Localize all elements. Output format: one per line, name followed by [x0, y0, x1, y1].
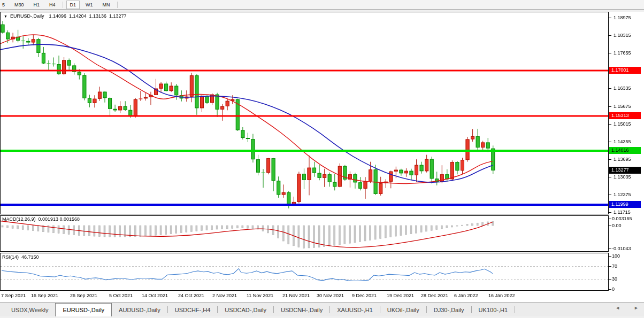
- price-tag: 1.15313: [609, 112, 641, 119]
- date-axis-label: 9 Dec 2021: [352, 293, 377, 298]
- date-axis-label: 11 Nov 2021: [247, 293, 273, 298]
- tab-scroll-right-icon[interactable]: ►: [634, 305, 639, 311]
- timeframe-button-5[interactable]: 5: [0, 1, 9, 9]
- chart-tab-xauusd-h1[interactable]: XAUUSD-,H1: [330, 303, 380, 316]
- price-axis-label: 1.17655: [614, 50, 631, 56]
- chevron-down-icon[interactable]: ▼: [4, 14, 7, 19]
- price-tag: 1.11999: [609, 201, 641, 208]
- ohlc-low: 1.13136: [89, 13, 107, 19]
- date-axis-label: 30 Nov 2021: [317, 293, 344, 298]
- date-axis-label: 2 Nov 2021: [212, 293, 237, 298]
- price-tag: 1.14016: [609, 147, 641, 154]
- ohlc-close: 1.13277: [109, 13, 127, 19]
- chart-tab-eurusd-daily[interactable]: EURUSD-,Daily: [55, 303, 112, 316]
- macd-name: MACD(12,26,9): [2, 216, 36, 222]
- price-axis-label: 1.12375: [614, 192, 631, 198]
- rsi-axis-label: 100: [612, 253, 620, 259]
- timeframe-toolbar: 5M30H1H4D1W1MN: [0, 0, 644, 10]
- chart-tab-bar: USDX,WeeklyEURUSD-,DailyAUDUSD-,DailyUSD…: [0, 303, 644, 316]
- ohlc-open: 1.14096: [49, 13, 66, 19]
- rsi-axis-label: 70: [612, 263, 617, 269]
- price-axis-label: 1.18315: [614, 33, 631, 38]
- price-axis-label: 1.14355: [614, 139, 631, 145]
- chart-tab-usdcnh-daily[interactable]: USDCNH-,Daily: [274, 303, 329, 316]
- timeframe-button-h1[interactable]: H1: [30, 1, 44, 9]
- tab-scroll-left-icon[interactable]: ◄: [615, 305, 620, 311]
- tabbar-left-pad: [0, 303, 4, 316]
- timeframe-button-mn[interactable]: MN: [99, 1, 114, 9]
- date-axis-label: 21 Nov 2021: [282, 293, 310, 298]
- macd-indicator-label: MACD(12,26,9) 0.001913 0.001568: [2, 216, 80, 222]
- date-axis-label: 5 Oct 2021: [109, 293, 133, 298]
- ohlc-high: 1.14204: [69, 13, 87, 19]
- price-axis-label: 1.13035: [614, 174, 631, 180]
- price-axis-label: 1.11715: [614, 210, 631, 215]
- price-axis-label: 1.18975: [614, 15, 631, 21]
- price-axis-label: 1.15015: [614, 121, 631, 127]
- chart-tab-usdcad-daily[interactable]: USDCAD-,Daily: [218, 303, 273, 316]
- date-axis-label: 16 Jan 2022: [488, 293, 515, 298]
- chart-tab-usdx-weekly[interactable]: USDX,Weekly: [4, 303, 55, 316]
- price-axis-label: 1.13695: [614, 157, 631, 162]
- rsi-axis-label: 30: [612, 276, 617, 282]
- timeframe-button-m30[interactable]: M30: [11, 1, 28, 9]
- date-axis-label: 28 Dec 2021: [421, 293, 448, 298]
- date-axis-label: 19 Dec 2021: [387, 293, 414, 298]
- rsi-axis-label: 0: [612, 286, 615, 292]
- timeframe-button-w1[interactable]: W1: [82, 1, 97, 9]
- price-tag: 1.17001: [609, 67, 641, 74]
- date-axis-label: 24 Oct 2021: [178, 293, 204, 298]
- tab-scroll-arrows: ◄ ►: [615, 305, 639, 311]
- chart-title: ▼ EURUSD-,Daily 1.14096 1.14204 1.13136 …: [4, 13, 127, 19]
- macd-values: 0.001913 0.001568: [39, 216, 80, 222]
- toolbar-separator: [117, 2, 118, 8]
- chart-tab-dj30-daily[interactable]: DJ30-,Daily: [427, 303, 471, 316]
- chart-tab-ukoil-daily[interactable]: UKOil-,Daily: [380, 303, 426, 316]
- timeframe-button-h4[interactable]: H4: [45, 1, 59, 9]
- date-axis-label: 16 Sep 2021: [31, 293, 58, 298]
- macd-axis-label: 0.00: [612, 223, 622, 229]
- macd-axis-label: -0.01043: [612, 246, 631, 252]
- chart-canvas[interactable]: [0, 0, 644, 318]
- chart-tab-audusd-daily[interactable]: AUDUSD-,Daily: [112, 303, 167, 316]
- macd-axis-label: 0.003165: [612, 216, 632, 222]
- price-axis-label: 1.15675: [614, 104, 631, 110]
- price-tag: 1.13277: [609, 167, 641, 174]
- symbol-period-label: EURUSD-,Daily: [10, 13, 44, 19]
- toolbar-separator: [63, 2, 63, 8]
- tab-separator: [515, 306, 515, 313]
- timeframe-button-d1[interactable]: D1: [66, 1, 80, 9]
- date-axis-label: 6 Jan 2022: [454, 293, 478, 298]
- chart-tab-uk100-h1[interactable]: UK100-,H1: [472, 303, 515, 316]
- rsi-value: 46.7150: [21, 254, 39, 260]
- chart-tab-usdchf-h4[interactable]: USDCHF-,H4: [168, 303, 218, 316]
- rsi-name: RSI(14): [2, 254, 19, 260]
- price-axis-label: 1.16335: [614, 86, 631, 91]
- rsi-indicator-label: RSI(14) 46.7150: [2, 254, 39, 260]
- date-axis-label: 14 Oct 2021: [142, 293, 168, 298]
- date-axis-label: 26 Sep 2021: [70, 293, 97, 298]
- date-axis-label: 7 Sep 2021: [1, 293, 26, 298]
